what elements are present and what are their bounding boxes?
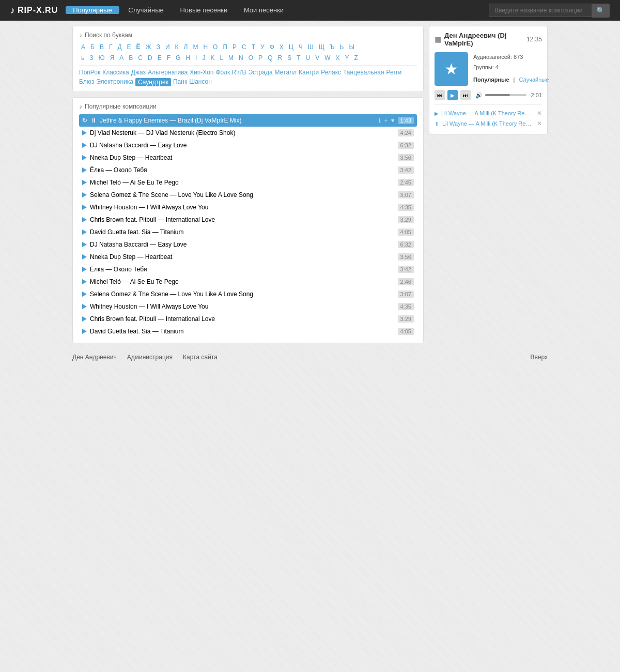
letter-H[interactable]: H [183, 54, 192, 62]
track-item[interactable]: Whitney Houston — I Will Always Love You… [79, 300, 417, 313]
track-item[interactable]: Nneka Dup Step — Heartbeat 3:56 [79, 151, 417, 164]
letter-A[interactable]: A [117, 54, 126, 62]
track-item[interactable]: Whitney Houston — I Will Always Love You… [79, 201, 417, 213]
footer-link-den[interactable]: Ден Андреевич [72, 354, 117, 361]
volume-slider[interactable] [485, 94, 526, 96]
track-item[interactable]: David Guetta feat. Sia — Titanium 4:05 [79, 325, 417, 338]
letter-а[interactable]: А [79, 43, 87, 51]
letter-T[interactable]: T [295, 54, 302, 62]
letter-ц[interactable]: Ц [287, 43, 296, 51]
letter-х[interactable]: Х [277, 43, 286, 51]
letter-G[interactable]: G [174, 54, 182, 62]
letter-N[interactable]: N [237, 54, 245, 62]
genre-metal[interactable]: Металл [275, 69, 297, 76]
letter-с[interactable]: С [240, 43, 249, 51]
track-item[interactable]: Chris Brown feat. Pitbull — Internationa… [79, 213, 417, 226]
letter-п[interactable]: П [221, 43, 229, 51]
letter-в[interactable]: В [98, 43, 106, 51]
genre-classic[interactable]: Классика [102, 69, 129, 76]
letter-ы[interactable]: Ы [347, 43, 357, 51]
footer-link-admin[interactable]: Администрация [127, 354, 173, 361]
genre-jazz[interactable]: Джаз [131, 69, 146, 76]
letter-I[interactable]: I [193, 54, 199, 62]
letter-U[interactable]: U [304, 54, 313, 62]
letter-K[interactable]: K [208, 54, 216, 62]
letter-ж[interactable]: Ж [144, 43, 153, 51]
genre-hiphop[interactable]: Хип-Хоп [190, 69, 213, 76]
letter-Y[interactable]: Y [343, 54, 351, 62]
search-button[interactable]: 🔍 [592, 4, 610, 18]
footer-link-sitemap[interactable]: Карта сайта [183, 354, 218, 361]
letter-B[interactable]: B [127, 54, 135, 62]
genre-soundtrack[interactable]: Саундтрек [135, 78, 171, 86]
letter-щ[interactable]: Щ [317, 43, 327, 51]
letter-ё[interactable]: Ё [134, 43, 143, 51]
info-icon[interactable]: ℹ [379, 117, 381, 124]
genre-alt[interactable]: Альтернатива [148, 69, 188, 76]
search-input[interactable] [489, 4, 592, 17]
remove-icon[interactable]: ✕ [537, 110, 542, 117]
play-pause-button[interactable]: ▶ [447, 90, 458, 100]
letter-L[interactable]: L [218, 54, 225, 62]
genre-country[interactable]: Кантри [299, 69, 319, 76]
add-icon[interactable]: + [384, 117, 388, 124]
letter-е[interactable]: Е [125, 43, 133, 51]
letter-R[interactable]: R [275, 54, 284, 62]
letter-D[interactable]: D [146, 54, 154, 62]
track-item[interactable]: Ёлка — Около Тебя 3:42 [79, 164, 417, 176]
track-item[interactable]: ↻ ⏸ Jetfire & Happy Enemies — Brazil (Dj… [79, 114, 417, 127]
nav-popular[interactable]: Популярные [66, 6, 119, 14]
genre-poprock[interactable]: ПопРок [79, 69, 100, 76]
letter-у[interactable]: У [258, 43, 267, 51]
nav-my[interactable]: Мои песенки [237, 6, 291, 14]
genre-electronic[interactable]: Электроника [96, 78, 133, 86]
letter-о[interactable]: О [211, 43, 220, 51]
letter-л[interactable]: Л [182, 43, 190, 51]
track-item[interactable]: Chris Brown feat. Pitbull — Internationa… [79, 313, 417, 325]
nav-random[interactable]: Случайные [121, 6, 171, 14]
genre-reggae[interactable]: Регги [386, 69, 402, 76]
genre-estrada[interactable]: Эстрада [248, 69, 272, 76]
letter-P[interactable]: P [256, 54, 265, 62]
track-item[interactable]: DJ Natasha Baccardi — Easy Love 6:32 [79, 238, 417, 251]
letter-C[interactable]: C [136, 54, 145, 62]
back-to-top[interactable]: Вверх [531, 354, 548, 361]
track-item[interactable]: Michel Teló — Ai Se Eu Te Pego 2:46 [79, 276, 417, 288]
popular-link[interactable]: Популярные [473, 75, 509, 85]
letter-Q[interactable]: Q [266, 54, 274, 62]
genre-relax[interactable]: Релакс [321, 69, 341, 76]
pause-icon[interactable]: ⏸ [90, 117, 97, 124]
letter-н[interactable]: Н [201, 43, 210, 51]
queue-item[interactable]: ▶ Lil Wayne — A Milli (K Theory Remix) ✕ [435, 108, 542, 118]
letter-ya[interactable]: Я [108, 54, 117, 62]
heart-icon[interactable]: ♥ [391, 117, 394, 124]
track-item[interactable]: Ёлка — Около Тебя 3:42 [79, 263, 417, 276]
letter-X[interactable]: X [334, 54, 342, 62]
letter-soft[interactable]: ь [79, 54, 86, 62]
letter-г[interactable]: Г [107, 43, 115, 51]
reload-icon[interactable]: ↻ [82, 117, 87, 124]
track-item[interactable]: Nneka Dup Step — Heartbeat 3:56 [79, 251, 417, 263]
genre-dance[interactable]: Танцевальная [343, 69, 384, 76]
letter-к[interactable]: К [173, 43, 181, 51]
letter-W[interactable]: W [322, 54, 332, 62]
letter-р[interactable]: Р [230, 43, 239, 51]
letter-и[interactable]: И [163, 43, 172, 51]
genre-folk[interactable]: Фолк R'n'B [215, 69, 246, 76]
track-item[interactable]: Selena Gomez & The Scene — Love You Like… [79, 189, 417, 201]
letter-ь2[interactable]: Ь [338, 43, 346, 51]
letter-ф[interactable]: Ф [268, 43, 276, 51]
letter-yu[interactable]: Ю [97, 54, 107, 62]
track-item[interactable]: Dj Vlad Nesteruk — DJ Vlad Nesteruk (Ele… [79, 127, 417, 139]
track-item[interactable]: Selena Gomez & The Scene — Love You Like… [79, 288, 417, 300]
letter-Z[interactable]: Z [352, 54, 360, 62]
letter-ъ[interactable]: Ъ [328, 43, 337, 51]
letter-з[interactable]: З [154, 43, 162, 51]
remove-icon2[interactable]: ✕ [537, 120, 542, 127]
letter-E[interactable]: E [156, 54, 164, 62]
letter-ш[interactable]: Ш [306, 43, 316, 51]
track-item[interactable]: David Guetta feat. Sia — Titanium 4:05 [79, 226, 417, 238]
genre-shanson[interactable]: Шансон [189, 78, 212, 86]
letter-т[interactable]: Т [250, 43, 257, 51]
prev-button[interactable]: ⏮ [435, 90, 445, 100]
